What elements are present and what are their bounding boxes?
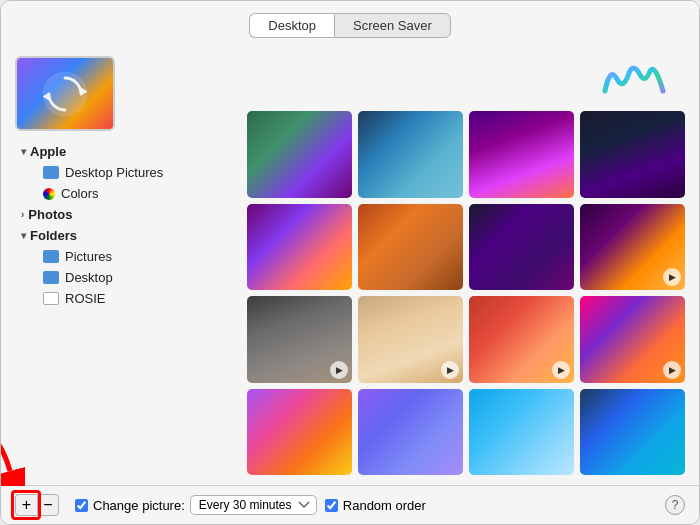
chevron-down-icon: ▾ (21, 146, 26, 157)
wallpaper-16[interactable] (580, 389, 685, 476)
red-arrow-annotation (0, 406, 25, 486)
random-order-checkbox[interactable] (325, 499, 338, 512)
add-remove-buttons: + − (15, 494, 59, 516)
wallpaper-8[interactable]: ▶ (580, 204, 685, 291)
wallpaper-15[interactable] (469, 389, 574, 476)
sidebar-pictures-label: Pictures (65, 249, 112, 264)
wallpaper-grid: ▶ ▶ ▶ ▶ ▶ (247, 111, 685, 475)
screensaver-tab[interactable]: Screen Saver (334, 13, 451, 38)
wallpaper-11[interactable]: ▶ (469, 296, 574, 383)
random-order-row: Random order (325, 498, 426, 513)
play-icon-11: ▶ (552, 361, 570, 379)
change-picture-row: Change picture: Every 5 seconds Every 1 … (75, 495, 317, 515)
wallpaper-6[interactable] (358, 204, 463, 291)
sidebar-folders-label: Folders (30, 228, 77, 243)
folder-blue-icon-2 (43, 250, 59, 263)
bottom-bar: + − Change picture: Every 5 seconds Ever… (1, 485, 699, 524)
sidebar-desktop-label: Desktop (65, 270, 113, 285)
brand-icon (595, 61, 675, 101)
toolbar: Desktop Screen Saver (1, 1, 699, 46)
color-dot-icon (43, 188, 55, 200)
wallpaper-1[interactable] (247, 111, 352, 198)
chevron-down-icon-2: ▾ (21, 230, 26, 241)
help-button[interactable]: ? (665, 495, 685, 515)
sidebar-desktop-pictures-label: Desktop Pictures (65, 165, 163, 180)
wallpaper-5[interactable] (247, 204, 352, 291)
sidebar-rosie-label: ROSIE (65, 291, 105, 306)
sidebar-item-colors[interactable]: Colors (35, 183, 235, 204)
sidebar: ▾ Apple Desktop Pictures Colors › (15, 141, 235, 475)
sidebar-item-desktop-pictures[interactable]: Desktop Pictures (35, 162, 235, 183)
sidebar-item-desktop[interactable]: Desktop (35, 267, 235, 288)
play-icon-9: ▶ (330, 361, 348, 379)
right-panel: ▶ ▶ ▶ ▶ ▶ (247, 56, 685, 475)
sidebar-item-pictures[interactable]: Pictures (35, 246, 235, 267)
left-panel: ▾ Apple Desktop Pictures Colors › (15, 56, 235, 475)
wallpaper-12[interactable]: ▶ (580, 296, 685, 383)
remove-folder-button[interactable]: − (37, 494, 59, 516)
sidebar-apple-label: Apple (30, 144, 66, 159)
desktop-tab[interactable]: Desktop (249, 13, 334, 38)
play-icon-12: ▶ (663, 361, 681, 379)
sidebar-photos-header[interactable]: › Photos (15, 204, 235, 225)
wallpaper-3[interactable] (469, 111, 574, 198)
change-picture-checkbox[interactable] (75, 499, 88, 512)
random-order-label: Random order (343, 498, 426, 513)
sidebar-folders-items: Pictures Desktop ROSIE (15, 246, 235, 309)
wallpaper-9[interactable]: ▶ (247, 296, 352, 383)
sidebar-item-rosie[interactable]: ROSIE (35, 288, 235, 309)
sidebar-apple-header[interactable]: ▾ Apple (15, 141, 235, 162)
sidebar-colors-label: Colors (61, 186, 99, 201)
sidebar-apple-items: Desktop Pictures Colors (15, 162, 235, 204)
add-folder-button[interactable]: + (15, 494, 37, 516)
main-content: ▾ Apple Desktop Pictures Colors › (1, 46, 699, 485)
play-icon-8: ▶ (663, 268, 681, 286)
desktop-screensaver-window: Desktop Screen Saver ▾ (0, 0, 700, 525)
play-icon-10: ▶ (441, 361, 459, 379)
controls-area: Change picture: Every 5 seconds Every 1 … (75, 495, 649, 515)
chevron-right-icon: › (21, 209, 24, 220)
folder-blue-icon (43, 166, 59, 179)
sidebar-folders-header[interactable]: ▾ Folders (15, 225, 235, 246)
folder-blue-icon-3 (43, 271, 59, 284)
wallpaper-2[interactable] (358, 111, 463, 198)
wallpaper-10[interactable]: ▶ (358, 296, 463, 383)
interval-dropdown[interactable]: Every 5 seconds Every 1 minute Every 5 m… (190, 495, 317, 515)
preview-icon (41, 70, 89, 118)
brand-logo (595, 56, 675, 106)
change-picture-label: Change picture: (93, 498, 185, 513)
wallpaper-7[interactable] (469, 204, 574, 291)
wallpaper-13[interactable] (247, 389, 352, 476)
folder-gray-icon (43, 292, 59, 305)
preview-thumbnail (15, 56, 115, 131)
sidebar-photos-label: Photos (28, 207, 72, 222)
wallpaper-4[interactable] (580, 111, 685, 198)
wallpaper-14[interactable] (358, 389, 463, 476)
